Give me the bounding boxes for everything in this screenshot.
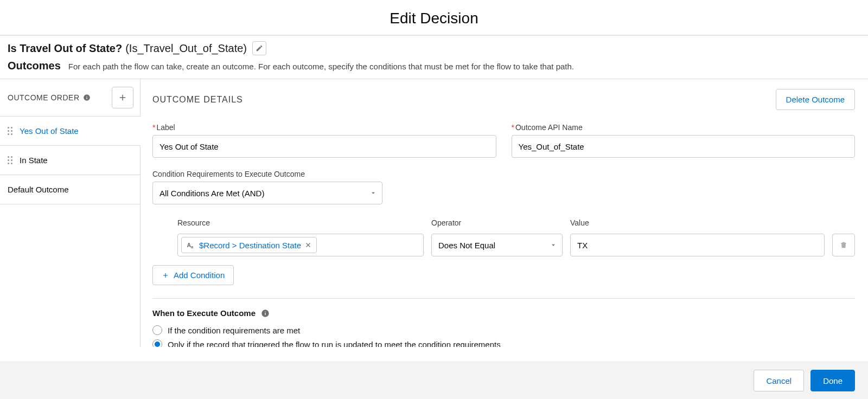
outcome-item-label: Yes Out of State <box>20 126 79 136</box>
remove-pill-icon[interactable] <box>304 241 312 249</box>
decision-header: Is Travel Out of State? (Is_Travel_Out_o… <box>0 36 868 59</box>
text-variable-icon: Aa <box>186 240 196 250</box>
trash-icon <box>839 241 848 249</box>
value-input[interactable] <box>570 234 825 256</box>
info-icon[interactable] <box>83 94 91 101</box>
add-condition-label: Add Condition <box>174 271 225 280</box>
label-field-label: *Label <box>152 123 496 132</box>
resource-pill[interactable]: Aa $Record > Destination State <box>181 237 317 253</box>
section-divider <box>152 298 855 299</box>
cancel-button[interactable]: Cancel <box>754 370 804 391</box>
value-column: Value <box>570 218 825 256</box>
api-name-field-label: *Outcome API Name <box>512 123 856 132</box>
when-option-label: Only if the record that triggered the fl… <box>168 340 501 347</box>
operator-label: Operator <box>431 218 563 227</box>
decision-api-name: (Is_Travel_Out_of_State) <box>125 42 247 55</box>
outcome-list: Yes Out of State In State Default Outcom… <box>0 116 140 347</box>
done-button[interactable]: Done <box>810 370 855 391</box>
condition-requirements-select[interactable] <box>152 182 382 204</box>
add-condition-button[interactable]: Add Condition <box>152 265 234 285</box>
drag-handle-icon[interactable] <box>8 127 13 135</box>
outcome-order-label: OUTCOME ORDER <box>8 93 80 102</box>
outcomes-heading: Outcomes <box>8 60 61 72</box>
outcome-details-title: OUTCOME DETAILS <box>152 95 243 105</box>
delete-condition-button[interactable] <box>832 234 855 256</box>
operator-select[interactable] <box>431 234 563 256</box>
decision-label: Is Travel Out of State? <box>8 42 122 55</box>
modal-footer: Cancel Done <box>0 362 868 399</box>
outcome-details-pane: OUTCOME DETAILS Delete Outcome *Label *O… <box>141 79 868 347</box>
drag-handle-icon[interactable] <box>8 156 13 164</box>
value-label: Value <box>570 218 825 227</box>
resource-pill-text: $Record > Destination State <box>199 241 301 250</box>
api-name-field-group: *Outcome API Name <box>512 123 856 158</box>
pencil-icon <box>256 44 263 52</box>
outcome-order-title: OUTCOME ORDER <box>8 93 91 102</box>
outcome-order-sidebar: OUTCOME ORDER Yes Out of State In State … <box>0 79 141 347</box>
operator-column: Operator <box>431 218 563 256</box>
sidebar-item-in-state[interactable]: In State <box>0 145 140 175</box>
condition-requirements-label: Condition Requirements to Execute Outcom… <box>152 170 855 178</box>
resource-column: Resource Aa $Record > Destination State <box>177 218 424 256</box>
plus-icon <box>118 93 127 102</box>
svg-text:a: a <box>191 244 194 249</box>
resource-label: Resource <box>177 218 424 227</box>
sidebar-item-yes-out-of-state[interactable]: Yes Out of State <box>0 116 140 145</box>
radio-icon <box>152 339 162 347</box>
plus-icon <box>162 272 169 279</box>
radio-icon <box>152 325 162 335</box>
when-option-only-if-updated[interactable]: Only if the record that triggered the fl… <box>152 337 855 347</box>
label-input[interactable] <box>152 135 496 158</box>
resource-input[interactable]: Aa $Record > Destination State <box>177 234 424 256</box>
modal-title: Edit Decision <box>0 0 868 36</box>
when-to-execute-title: When to Execute Outcome <box>152 308 855 318</box>
outcomes-header: Outcomes For each path the flow can take… <box>0 59 868 79</box>
outcomes-help-text: For each path the flow can take, create … <box>68 62 574 71</box>
when-option-label: If the condition requirements are met <box>168 326 300 335</box>
delete-outcome-button[interactable]: Delete Outcome <box>776 89 855 110</box>
edit-name-button[interactable] <box>252 41 266 55</box>
add-outcome-button[interactable] <box>112 87 133 108</box>
label-field-group: *Label <box>152 123 496 158</box>
sidebar-item-default-outcome[interactable]: Default Outcome <box>0 175 140 204</box>
outcome-item-label: In State <box>20 156 48 165</box>
api-name-input[interactable] <box>512 135 856 158</box>
when-option-if-met[interactable]: If the condition requirements are met <box>152 323 855 337</box>
info-icon[interactable] <box>261 309 270 318</box>
